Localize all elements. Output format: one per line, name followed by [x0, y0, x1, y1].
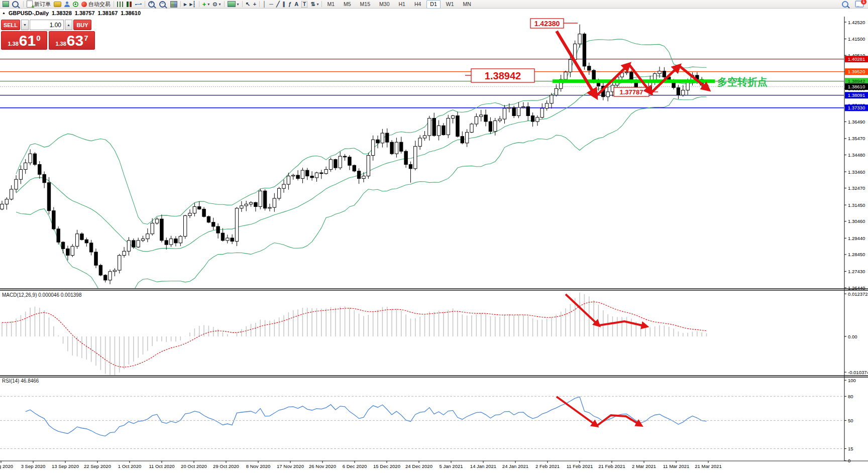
- toolbar-separator: [180, 1, 181, 7]
- crosshair-tool[interactable]: +: [252, 1, 258, 8]
- text-tool[interactable]: A: [293, 1, 300, 8]
- rsi-axis-tick: 50: [848, 418, 853, 423]
- rsi-panel: [26, 397, 707, 436]
- note-annotation[interactable]: 多空转折点: [717, 76, 768, 87]
- zoom-out-button[interactable]: −: [158, 1, 169, 8]
- volume-increase-button[interactable]: ▲: [65, 20, 72, 30]
- new-order-label: 新订单: [34, 1, 51, 8]
- channel-tool[interactable]: ∥: [281, 1, 287, 8]
- tile-windows-icon: [170, 1, 177, 8]
- indicators-button[interactable]: +▾: [201, 1, 211, 8]
- date-axis-label: 2 Feb 2021: [535, 463, 560, 469]
- timeframe-d1[interactable]: D1: [426, 0, 440, 9]
- trend-arrow-drawing[interactable]: [599, 321, 646, 326]
- autotrade-icon: [81, 2, 87, 7]
- ohlc-high: 1.38757: [75, 10, 95, 16]
- rsi-axis-tick: 0: [848, 458, 850, 463]
- market-watch-icon[interactable]: [11, 1, 22, 8]
- toolbar-separator: [321, 1, 322, 7]
- trend-arrow-drawing[interactable]: [679, 66, 708, 89]
- crosshair-icon: +: [253, 1, 256, 8]
- timeframe-m5[interactable]: M5: [340, 0, 355, 9]
- timeframe-m30[interactable]: M30: [376, 0, 393, 9]
- auto-scroll-button[interactable]: ▸: [182, 1, 188, 8]
- community-icon[interactable]: [63, 1, 71, 8]
- timeframe-m1[interactable]: M1: [323, 0, 338, 9]
- date-axis-label: 11 Oct 2020: [149, 463, 174, 469]
- deposit-icon[interactable]: [52, 1, 63, 8]
- sell-price-pip: 0: [36, 34, 40, 42]
- support-bar-drawing[interactable]: [553, 79, 715, 83]
- fibonacci-tool[interactable]: ƒ: [287, 1, 293, 8]
- chevron-down-icon: ▾: [207, 1, 209, 8]
- svg-text:1.38610: 1.38610: [848, 84, 865, 89]
- indicators-icon: +: [202, 1, 206, 8]
- rsi-axis-tick: 15: [848, 446, 853, 451]
- search-icon[interactable]: [842, 1, 848, 8]
- date-axis-label: 29 Oct 2020: [213, 463, 239, 469]
- price-axis-tick: 1.35470: [848, 136, 865, 141]
- timeframe-h4[interactable]: H4: [411, 0, 424, 9]
- svg-text:1.37330: 1.37330: [848, 105, 865, 110]
- candlestick-series: [1, 25, 708, 284]
- horizontal-line-tool[interactable]: ─: [268, 1, 275, 8]
- line-chart-button[interactable]: [134, 1, 143, 8]
- collapse-icon[interactable]: ▲: [2, 11, 6, 15]
- timeframe-mn[interactable]: MN: [460, 0, 475, 9]
- macd-axis-tick: -0.010374: [848, 370, 868, 375]
- bar-chart-icon: [117, 2, 123, 7]
- date-axis-label: 3 Sep 2020: [21, 463, 46, 469]
- autotrade-button[interactable]: 自动交易: [80, 1, 112, 8]
- rsi-title: RSI(14) 46.8466: [2, 378, 39, 384]
- sell-price-big: 61: [19, 33, 36, 48]
- chat-icon[interactable]: 1: [855, 1, 864, 8]
- zoom-in-button[interactable]: +: [147, 1, 158, 8]
- volume-decrease-button[interactable]: ▼: [21, 20, 29, 30]
- main-toolbar: 新订单 自动交易 + − ▸ ▸┆ +▾ ⊙▾ ▾ ↖ + │ ─ ╱ ∥ ƒ …: [0, 0, 868, 9]
- channel-icon: ∥: [283, 1, 286, 8]
- arrows-tool[interactable]: ⇅▾: [309, 1, 320, 8]
- ohlc-open: 1.38328: [52, 10, 72, 16]
- tile-windows-button[interactable]: [169, 1, 179, 8]
- chart-area[interactable]: 1.425201.415001.405101.395201.385001.374…: [0, 0, 868, 473]
- signals-icon[interactable]: [71, 1, 80, 8]
- sell-button[interactable]: SELL: [1, 20, 20, 30]
- chart-window-icon[interactable]: [1, 1, 11, 8]
- sell-price-box[interactable]: 1.38 61 0: [1, 31, 47, 50]
- toolbar-separator: [114, 1, 114, 7]
- toolbar-separator: [224, 1, 225, 7]
- rsi-axis-tick: 80: [848, 394, 853, 399]
- fibonacci-icon: ƒ: [288, 1, 291, 8]
- candlestick-chart-button[interactable]: [125, 1, 134, 8]
- svg-text:1.38942: 1.38942: [485, 70, 521, 81]
- text-label-tool[interactable]: T: [300, 1, 309, 8]
- buy-price-box[interactable]: 1.38 63 7: [49, 31, 95, 50]
- chart-style-button[interactable]: ▾: [226, 1, 241, 8]
- clock-icon: ⊙: [212, 1, 217, 8]
- chevron-down-icon: ▾: [316, 1, 318, 8]
- macd-title: MACD(12,26,9) 0.000046 0.001398: [2, 292, 82, 298]
- new-order-button[interactable]: 新订单: [25, 1, 52, 8]
- chart-shift-button[interactable]: ▸┆: [188, 1, 197, 8]
- date-axis-label: 2 Mar 2021: [632, 463, 656, 469]
- date-axis-label: 15 Dec 2020: [373, 463, 400, 469]
- date-axis-label: 20 Oct 2020: [181, 463, 207, 469]
- trend-arrow-drawing[interactable]: [557, 397, 597, 426]
- date-axis-label: 17 Nov 2020: [277, 463, 304, 469]
- vertical-line-tool[interactable]: │: [261, 1, 268, 8]
- volume-input[interactable]: 1.00: [30, 20, 64, 30]
- macd-axis-tick: 0.00: [848, 334, 857, 339]
- bar-chart-button[interactable]: [116, 1, 125, 8]
- buy-button[interactable]: BUY: [73, 20, 91, 30]
- macd-panel: [2, 293, 707, 375]
- bollinger-band-line: [16, 97, 707, 310]
- periods-button[interactable]: ⊙▾: [211, 1, 222, 8]
- buy-price-big: 63: [67, 33, 83, 48]
- timeframe-m15[interactable]: M15: [357, 0, 374, 9]
- timeframe-h1[interactable]: H1: [395, 0, 408, 9]
- trendline-tool[interactable]: ╱: [275, 1, 281, 8]
- timeframe-w1[interactable]: W1: [443, 0, 458, 9]
- annotations-layer[interactable]: 1.423801.389421.37787多空转折点: [465, 19, 768, 426]
- price-axis-tick: 1.31450: [848, 202, 865, 208]
- cursor-tool[interactable]: ↖: [244, 1, 252, 8]
